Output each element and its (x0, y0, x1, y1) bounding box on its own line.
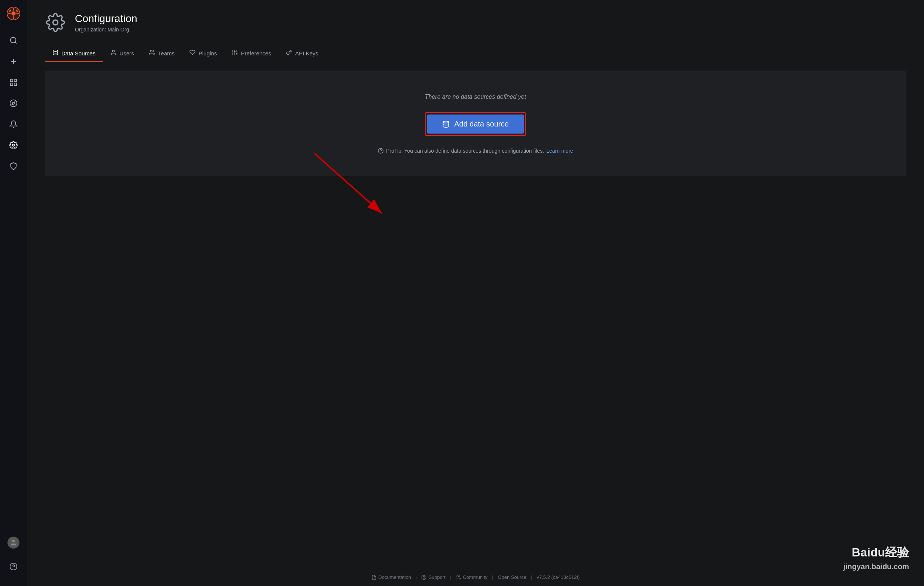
server-admin-icon[interactable] (5, 157, 23, 175)
svg-rect-14 (14, 79, 16, 82)
tab-preferences[interactable]: Preferences (224, 45, 279, 62)
svg-rect-4 (13, 16, 14, 20)
protip-content: ProTip: You can also define data sources… (386, 148, 544, 154)
add-data-source-wrapper: Add data source (425, 112, 526, 136)
svg-rect-3 (13, 8, 14, 11)
tab-api-keys[interactable]: API Keys (279, 45, 326, 62)
page-title: Configuration (75, 12, 137, 25)
community-label: Community (463, 574, 487, 580)
svg-point-9 (10, 38, 16, 43)
learn-more-link[interactable]: Learn more (546, 148, 573, 154)
separator-3: | (492, 574, 493, 580)
tab-teams-label: Teams (158, 50, 175, 56)
search-icon[interactable] (5, 31, 23, 49)
tab-preferences-label: Preferences (241, 50, 271, 56)
page-header: Configuration Organization: Main Org. (45, 12, 906, 33)
page-subtitle: Organization: Main Org. (75, 26, 137, 33)
separator-4: | (531, 574, 532, 580)
community-link[interactable]: Community (455, 574, 487, 580)
svg-rect-15 (10, 83, 13, 85)
alerting-icon[interactable] (5, 115, 23, 133)
baidu-line2: jingyan.baidu.com (843, 563, 909, 571)
tab-teams[interactable]: Teams (142, 45, 182, 62)
tab-data-sources[interactable]: Data Sources (45, 45, 103, 62)
create-icon[interactable] (5, 53, 23, 70)
svg-rect-16 (14, 83, 16, 85)
configuration-icon[interactable] (5, 136, 23, 154)
documentation-link[interactable]: Documentation (371, 574, 411, 580)
svg-rect-6 (16, 13, 20, 14)
support-label: Support (428, 574, 446, 580)
footer: Documentation | Support | Community | Op… (27, 568, 924, 586)
plugins-tab-icon (190, 49, 195, 57)
tab-users[interactable]: Users (103, 45, 142, 62)
version-label: v7.5.2 (ca413c612f) (537, 574, 580, 580)
user-avatar[interactable] (5, 533, 23, 551)
separator-2: | (450, 574, 451, 580)
teams-tab-icon (149, 49, 155, 57)
separator-1: | (416, 574, 417, 580)
protip-text: ProTip: You can also define data sources… (378, 148, 573, 154)
sidebar-bottom (5, 532, 23, 581)
baidu-watermark: Baidu经验 jingyan.baidu.com (843, 545, 909, 571)
add-data-source-label: Add data source (454, 120, 509, 128)
configuration-header-icon (45, 12, 66, 33)
svg-point-2 (11, 11, 15, 15)
api-keys-tab-icon (286, 49, 292, 57)
svg-line-10 (15, 42, 16, 43)
svg-marker-18 (12, 102, 15, 105)
svg-point-41 (422, 575, 426, 579)
explore-icon[interactable] (5, 94, 23, 112)
help-icon[interactable] (5, 558, 23, 576)
tab-plugins[interactable]: Plugins (182, 45, 224, 62)
sidebar (0, 0, 27, 586)
tab-plugins-label: Plugins (198, 50, 217, 56)
content-area: There are no data sources defined yet Ad… (45, 71, 906, 176)
page-header-text: Configuration Organization: Main Org. (75, 12, 137, 33)
svg-rect-13 (10, 79, 13, 82)
data-sources-tab-icon (53, 49, 58, 57)
grafana-logo[interactable] (5, 5, 23, 23)
svg-point-19 (12, 144, 15, 146)
baidu-line1: Baidu经验 (843, 545, 909, 561)
tab-data-sources-label: Data Sources (61, 50, 96, 56)
svg-point-26 (150, 50, 152, 52)
avatar (8, 537, 20, 548)
empty-message: There are no data sources defined yet (425, 94, 526, 100)
open-source-label: Open Source (498, 574, 527, 580)
tab-users-label: Users (119, 50, 134, 56)
tab-api-keys-label: API Keys (295, 50, 318, 56)
preferences-tab-icon (232, 49, 238, 57)
svg-point-25 (112, 50, 114, 52)
documentation-label: Documentation (378, 574, 411, 580)
main-content: Configuration Organization: Main Org. Da… (27, 0, 924, 586)
svg-point-43 (457, 575, 459, 577)
svg-point-23 (53, 20, 58, 25)
support-link[interactable]: Support (421, 574, 446, 580)
svg-point-24 (53, 50, 58, 51)
svg-rect-5 (8, 13, 11, 14)
configuration-tabs: Data Sources Users Teams (45, 45, 906, 62)
open-source-link[interactable]: Open Source (498, 574, 527, 580)
users-tab-icon (111, 49, 116, 57)
svg-point-36 (443, 121, 449, 123)
dashboards-icon[interactable] (5, 73, 23, 91)
svg-point-20 (12, 540, 15, 543)
svg-point-42 (423, 576, 425, 578)
add-data-source-button[interactable]: Add data source (427, 115, 524, 133)
svg-point-17 (10, 100, 17, 107)
